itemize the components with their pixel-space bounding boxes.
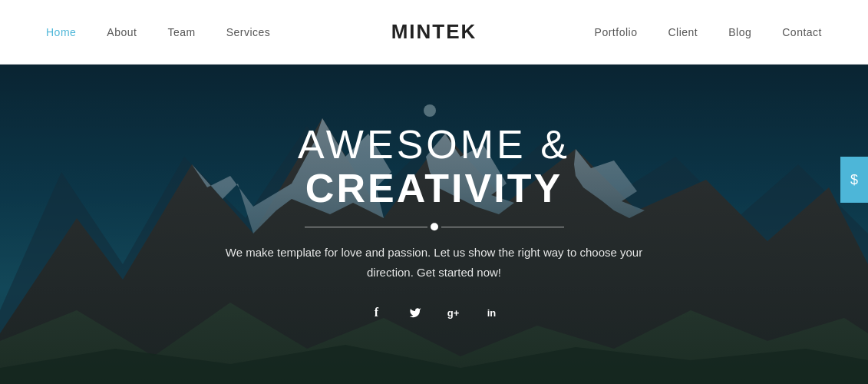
side-tab[interactable]: $ [840, 157, 868, 203]
nav-item-about[interactable]: About [107, 26, 137, 38]
divider-line-left [305, 227, 427, 227]
nav-item-home[interactable]: Home [46, 26, 76, 38]
nav-item-contact[interactable]: Contact [782, 26, 822, 38]
hero-title: AWESOME & CREATIVITY [166, 123, 703, 210]
hero-subtitle: We make template for love and passion. L… [166, 243, 703, 283]
logo-min: MIN [391, 20, 433, 43]
divider-dot [431, 223, 438, 231]
hero-title-bold: CREATIVITY [305, 167, 563, 211]
logo-tek: TEK [432, 20, 477, 43]
divider-line-right [441, 227, 564, 227]
nav-item-portfolio[interactable]: Portfolio [595, 26, 638, 38]
social-twitter[interactable] [403, 301, 427, 326]
nav-item-blog[interactable]: Blog [728, 26, 751, 38]
nav-item-team[interactable]: Team [167, 26, 195, 38]
nav-left: Home About Team Services [46, 26, 270, 38]
social-linkedin[interactable]: in [480, 301, 504, 326]
navbar: Home About Team Services MINTEK Portfoli… [0, 0, 868, 65]
hero-title-light: AWESOME & [298, 122, 570, 167]
social-googleplus[interactable]: g+ [441, 301, 466, 326]
hero-content: AWESOME & CREATIVITY We make template fo… [166, 123, 703, 325]
social-facebook[interactable]: f [365, 301, 389, 326]
hero-divider [166, 223, 703, 231]
logo[interactable]: MINTEK [391, 20, 477, 44]
nav-right: Portfolio Client Blog Contact [595, 26, 822, 38]
nav-item-client[interactable]: Client [668, 26, 698, 38]
hero-social: f g+ in [166, 301, 703, 326]
nav-item-services[interactable]: Services [226, 26, 271, 38]
hero-section: $ AWESOME & CREATIVITY We make template … [0, 65, 868, 384]
